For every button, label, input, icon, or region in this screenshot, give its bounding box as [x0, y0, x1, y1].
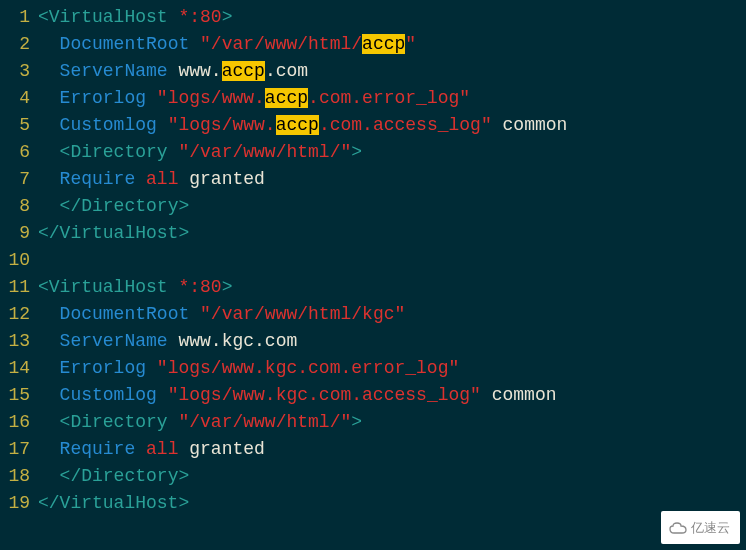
- code-token: "/var/www/html/: [200, 34, 362, 54]
- code-token: [38, 34, 60, 54]
- line-number: 19: [0, 490, 34, 517]
- line-number: 6: [0, 139, 34, 166]
- line-number: 4: [0, 85, 34, 112]
- code-content: Customlog "logs/www.kgc.com.access_log" …: [34, 382, 557, 409]
- code-line: 14 Errorlog "logs/www.kgc.com.error_log": [0, 355, 746, 382]
- code-line: 16 <Directory "/var/www/html/">: [0, 409, 746, 436]
- code-token: [38, 88, 60, 108]
- code-line: 1<VirtualHost *:80>: [0, 4, 746, 31]
- code-token: Require: [60, 439, 146, 459]
- line-number: 14: [0, 355, 34, 382]
- code-token: </VirtualHost>: [38, 493, 189, 513]
- code-token: www.kgc.com: [178, 331, 297, 351]
- watermark-text: 亿速云: [691, 514, 730, 541]
- code-token: [38, 196, 60, 216]
- code-token: common: [503, 115, 568, 135]
- code-line: 15 Customlog "logs/www.kgc.com.access_lo…: [0, 382, 746, 409]
- code-token: "/var/www/html/": [178, 412, 351, 432]
- code-token: DocumentRoot: [60, 34, 200, 54]
- code-content: <VirtualHost *:80>: [34, 4, 232, 31]
- code-content: ServerName www.kgc.com: [34, 328, 297, 355]
- code-token: all: [146, 169, 189, 189]
- code-token: [38, 466, 60, 486]
- code-token: [38, 331, 60, 351]
- code-token: .com.error_log": [308, 88, 470, 108]
- code-token: "/var/www/html/": [178, 142, 351, 162]
- code-token: [38, 142, 60, 162]
- code-token: all: [146, 439, 189, 459]
- code-token: </VirtualHost>: [38, 223, 189, 243]
- code-token: ": [405, 34, 416, 54]
- line-number: 1: [0, 4, 34, 31]
- code-content: ServerName www.accp.com: [34, 58, 308, 85]
- code-token: *:80: [178, 277, 221, 297]
- line-number: 2: [0, 31, 34, 58]
- line-number: 3: [0, 58, 34, 85]
- line-number: 7: [0, 166, 34, 193]
- code-token: [38, 169, 60, 189]
- watermark-badge: 亿速云: [661, 511, 740, 544]
- code-token: >: [351, 142, 362, 162]
- code-token: [38, 439, 60, 459]
- code-content: Customlog "logs/www.accp.com.access_log"…: [34, 112, 567, 139]
- code-line: 8 </Directory>: [0, 193, 746, 220]
- code-token: >: [222, 7, 233, 27]
- cloud-icon: [669, 522, 687, 534]
- search-highlight: accp: [265, 88, 308, 108]
- code-token: *:80: [178, 7, 221, 27]
- code-line: 11<VirtualHost *:80>: [0, 274, 746, 301]
- code-token: DocumentRoot: [60, 304, 200, 324]
- line-number: 18: [0, 463, 34, 490]
- code-token: >: [222, 277, 233, 297]
- code-token: [38, 358, 60, 378]
- code-token: common: [492, 385, 557, 405]
- line-number: 16: [0, 409, 34, 436]
- code-token: <VirtualHost: [38, 7, 178, 27]
- code-token: Errorlog: [60, 88, 157, 108]
- code-content: DocumentRoot "/var/www/html/accp": [34, 31, 416, 58]
- code-content: </Directory>: [34, 193, 189, 220]
- code-line: 6 <Directory "/var/www/html/">: [0, 139, 746, 166]
- code-token: "/var/www/html/kgc": [200, 304, 405, 324]
- code-token: <VirtualHost: [38, 277, 178, 297]
- code-line: 9</VirtualHost>: [0, 220, 746, 247]
- code-line: 5 Customlog "logs/www.accp.com.access_lo…: [0, 112, 746, 139]
- code-token: .com: [265, 61, 308, 81]
- line-number: 15: [0, 382, 34, 409]
- code-token: </Directory>: [60, 196, 190, 216]
- code-token: [38, 412, 60, 432]
- code-line: 7 Require all granted: [0, 166, 746, 193]
- line-number: 8: [0, 193, 34, 220]
- search-highlight: accp: [276, 115, 319, 135]
- code-content: <VirtualHost *:80>: [34, 274, 232, 301]
- line-number: 11: [0, 274, 34, 301]
- line-number: 17: [0, 436, 34, 463]
- code-token: www.: [178, 61, 221, 81]
- code-token: "logs/www.: [157, 88, 265, 108]
- code-token: "logs/www.: [168, 115, 276, 135]
- search-highlight: accp: [222, 61, 265, 81]
- code-token: "logs/www.kgc.com.error_log": [157, 358, 459, 378]
- code-line: 2 DocumentRoot "/var/www/html/accp": [0, 31, 746, 58]
- code-token: Customlog: [60, 385, 168, 405]
- code-token: <Directory: [60, 412, 179, 432]
- code-line: 17 Require all granted: [0, 436, 746, 463]
- code-token: ServerName: [60, 331, 179, 351]
- code-line: 3 ServerName www.accp.com: [0, 58, 746, 85]
- code-token: [38, 115, 60, 135]
- code-line: 12 DocumentRoot "/var/www/html/kgc": [0, 301, 746, 328]
- code-token: [38, 61, 60, 81]
- code-content: <Directory "/var/www/html/">: [34, 409, 362, 436]
- code-token: "logs/www.kgc.com.access_log": [168, 385, 492, 405]
- code-content: </VirtualHost>: [34, 490, 189, 517]
- code-content: <Directory "/var/www/html/">: [34, 139, 362, 166]
- code-line: 19</VirtualHost>: [0, 490, 746, 517]
- search-highlight: accp: [362, 34, 405, 54]
- code-line: 18 </Directory>: [0, 463, 746, 490]
- code-content: </Directory>: [34, 463, 189, 490]
- code-editor: 1<VirtualHost *:80>2 DocumentRoot "/var/…: [0, 0, 746, 521]
- line-number: 12: [0, 301, 34, 328]
- code-content: Require all granted: [34, 436, 265, 463]
- code-token: Customlog: [60, 115, 168, 135]
- code-token: [38, 304, 60, 324]
